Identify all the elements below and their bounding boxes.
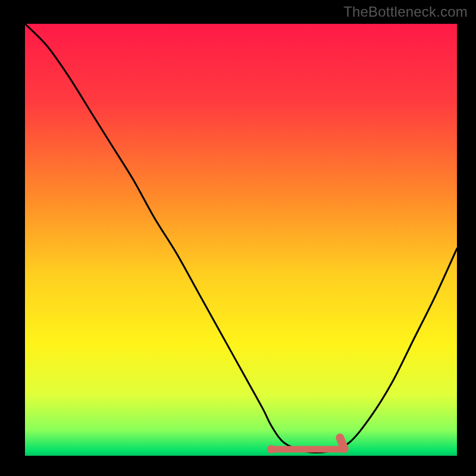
svg-point-1 — [267, 445, 275, 453]
chart-frame: TheBottleneck.com — [0, 0, 476, 476]
watermark-text: TheBottleneck.com — [343, 4, 468, 20]
bottleneck-chart — [0, 0, 476, 476]
plot-background — [25, 24, 457, 456]
